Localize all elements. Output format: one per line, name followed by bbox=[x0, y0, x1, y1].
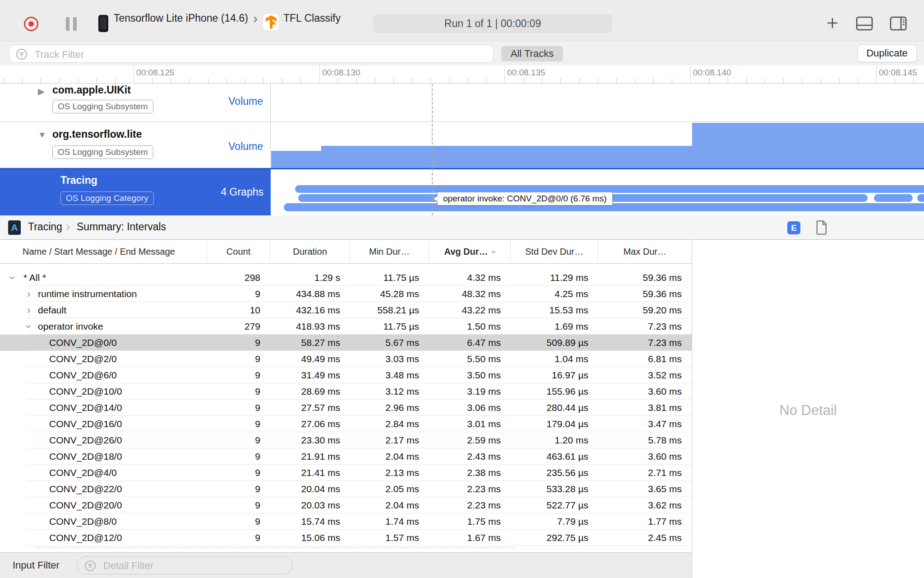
device-select[interactable]: Tensorflow Lite iPhone (14.6) bbox=[114, 12, 248, 24]
row-max: 3.60 ms bbox=[598, 383, 692, 400]
inspector-pane: No Detail bbox=[692, 240, 924, 578]
row-name-cell: CONV_2D@16/0 bbox=[0, 416, 207, 432]
column-header-min[interactable]: Min Dur… bbox=[350, 240, 429, 263]
row-std: 280.44 µs bbox=[511, 400, 598, 416]
row-count: 9 bbox=[207, 367, 270, 383]
track-row-tensorflow[interactable]: ▼ org.tensorflow.lite OS Logging Subsyst… bbox=[0, 122, 924, 168]
toggle-right-pane-button[interactable] bbox=[890, 16, 907, 31]
row-min: 2.04 ms bbox=[350, 497, 429, 513]
row-std: 533.28 µs bbox=[511, 481, 598, 497]
row-count: 9 bbox=[207, 400, 270, 416]
row-name-cell: CONV_2D@4/0 bbox=[0, 465, 207, 481]
ruler-minor-tick bbox=[728, 78, 728, 83]
table-row[interactable]: CONV_2D@8/0915.74 ms1.74 ms1.75 ms7.79 µ… bbox=[0, 513, 692, 530]
table-row[interactable]: CONV_2D@26/0923.30 ms2.17 ms2.59 ms1.20 … bbox=[0, 432, 692, 448]
row-name: * All * bbox=[23, 272, 46, 283]
row-std: 16.97 µs bbox=[511, 367, 598, 383]
table-row[interactable]: ›default10432.16 ms558.21 µs43.22 ms15.5… bbox=[0, 302, 692, 318]
column-header-max[interactable]: Max Dur… bbox=[598, 240, 692, 263]
row-max: 2.71 ms bbox=[598, 465, 692, 481]
disclosure-expanded-icon[interactable]: ▼ bbox=[38, 130, 46, 140]
table-row[interactable]: CONV_2D@6/0931.49 ms3.48 ms3.50 ms16.97 … bbox=[0, 367, 692, 383]
time-ruler[interactable]: 00:08.12500:08.13000:08.13500:08.14000:0… bbox=[0, 65, 924, 84]
row-name-cell: ›default bbox=[0, 302, 207, 318]
row-disclosure-icon[interactable]: › bbox=[21, 325, 37, 328]
table-row[interactable]: CONV_2D@16/0927.06 ms2.84 ms3.01 ms179.0… bbox=[0, 416, 692, 432]
row-name: CONV_2D@18/0 bbox=[49, 451, 122, 461]
volume-bar-segment bbox=[271, 151, 321, 168]
track-header-tensorflow[interactable]: ▼ org.tensorflow.lite OS Logging Subsyst… bbox=[0, 122, 271, 168]
table-row[interactable]: CONV_2D@18/0921.91 ms2.04 ms2.43 ms463.6… bbox=[0, 448, 692, 465]
column-header-count[interactable]: Count bbox=[207, 240, 270, 263]
interval-bar[interactable] bbox=[917, 194, 924, 202]
table-row[interactable]: CONV_2D@12/0915.06 ms1.57 ms1.67 ms292.7… bbox=[0, 530, 692, 546]
track-header-uikit[interactable]: ▶ com.apple.UIKit OS Logging Subsystem V… bbox=[0, 84, 271, 121]
target-select[interactable]: TFL Classify bbox=[283, 12, 341, 24]
table-row[interactable]: ›* All *2981.29 s11.75 µs4.32 ms11.29 ms… bbox=[0, 270, 692, 286]
row-avg: 48.32 ms bbox=[429, 286, 511, 302]
row-name: operator invoke bbox=[38, 321, 103, 331]
interval-tooltip: operator invoke: CONV_2D@0/0 (6.76 ms) bbox=[437, 192, 613, 205]
breadcrumb-tracing[interactable]: Tracing bbox=[28, 221, 62, 233]
table-row[interactable]: CONV_2D@0/0958.27 ms5.67 ms6.47 ms509.89… bbox=[0, 335, 692, 351]
row-max: 59.36 ms bbox=[598, 286, 692, 302]
extended-detail-badge[interactable]: E bbox=[787, 221, 800, 234]
row-max: 3.60 ms bbox=[598, 448, 692, 465]
pause-button-icon[interactable] bbox=[66, 17, 77, 31]
table-row[interactable]: ›runtime instrumentation9434.88 ms45.28 … bbox=[0, 286, 692, 302]
ruler-minor-tick bbox=[115, 78, 116, 83]
row-std: 1.69 ms bbox=[511, 318, 598, 335]
track-header-tracing[interactable]: Tracing OS Logging Category 4 Graphs bbox=[0, 168, 271, 215]
record-button-icon[interactable] bbox=[24, 17, 38, 31]
tracks-area: ▶ com.apple.UIKit OS Logging Subsystem V… bbox=[0, 84, 924, 215]
interval-bar[interactable] bbox=[874, 194, 913, 202]
ruler-minor-tick bbox=[300, 78, 301, 83]
ruler-minor-tick bbox=[653, 78, 654, 83]
track-timeline-uikit[interactable] bbox=[271, 84, 924, 121]
row-disclosure-icon[interactable]: › bbox=[27, 302, 31, 318]
table-row[interactable]: CONV_2D@22/0920.04 ms2.05 ms2.23 ms533.2… bbox=[0, 481, 692, 497]
table-row[interactable]: ›operator invoke279418.93 ms11.75 µs1.50… bbox=[0, 318, 692, 335]
column-header-duration[interactable]: Duration bbox=[270, 240, 350, 263]
table-row[interactable]: CONV_2D@20/0920.03 ms2.04 ms2.23 ms522.7… bbox=[0, 497, 692, 513]
detail-filter-input[interactable]: Detail Filter bbox=[77, 556, 293, 574]
ruler-minor-tick bbox=[59, 78, 60, 83]
track-filter-input[interactable]: Track Filter bbox=[9, 45, 494, 63]
track-badge: OS Logging Subsystem bbox=[52, 145, 153, 159]
table-row[interactable]: CONV_2D@2/0949.49 ms3.03 ms5.50 ms1.04 m… bbox=[0, 351, 692, 367]
sort-chevron-icon: › bbox=[482, 251, 506, 253]
ruler-minor-tick bbox=[858, 78, 858, 83]
row-name: CONV_2D@6/0 bbox=[49, 370, 117, 380]
table-row[interactable]: CONV_2D@10/0928.69 ms3.12 ms3.19 ms155.9… bbox=[0, 383, 692, 400]
pane-divider[interactable] bbox=[692, 240, 692, 578]
breadcrumb-summary-intervals[interactable]: Summary: Intervals bbox=[77, 221, 166, 233]
tensorflow-logo-icon bbox=[263, 14, 279, 30]
ruler-minor-tick bbox=[542, 78, 542, 83]
toggle-bottom-pane-button[interactable] bbox=[856, 16, 873, 31]
column-header-name[interactable]: Name / Start Message / End Message bbox=[0, 240, 207, 263]
row-max: 7.23 ms bbox=[598, 318, 692, 335]
all-tracks-button[interactable]: All Tracks bbox=[501, 46, 563, 61]
column-header-avg[interactable]: Avg Dur…› bbox=[429, 240, 511, 263]
input-filter-button[interactable]: Input Filter bbox=[13, 559, 60, 571]
track-timeline-volume-histogram[interactable] bbox=[271, 122, 924, 168]
row-disclosure-icon[interactable]: › bbox=[5, 276, 21, 280]
add-instrument-button[interactable] bbox=[826, 16, 839, 30]
filter-icon bbox=[84, 560, 96, 572]
ruler-minor-tick bbox=[226, 78, 227, 83]
row-disclosure-icon[interactable]: › bbox=[27, 286, 31, 302]
track-row-uikit[interactable]: ▶ com.apple.UIKit OS Logging Subsystem V… bbox=[0, 84, 924, 122]
row-min: 3.12 ms bbox=[350, 383, 429, 400]
row-name-cell: ›* All * bbox=[0, 270, 207, 286]
ruler-minor-tick bbox=[97, 78, 97, 83]
detail-filter-placeholder: Detail Filter bbox=[103, 560, 153, 572]
row-count: 9 bbox=[207, 530, 270, 546]
table-row[interactable]: CONV_2D@14/0927.57 ms2.96 ms3.06 ms280.4… bbox=[0, 400, 692, 416]
bottom-bar: Input Filter Detail Filter bbox=[0, 552, 692, 578]
disclosure-collapsed-icon[interactable]: ▶ bbox=[38, 86, 45, 97]
document-icon[interactable] bbox=[816, 220, 828, 235]
column-header-stddev[interactable]: Std Dev Dur… bbox=[511, 240, 598, 263]
table-row[interactable]: CONV_2D@4/0921.41 ms2.13 ms2.38 ms235.56… bbox=[0, 465, 692, 481]
duplicate-button[interactable]: Duplicate bbox=[857, 44, 917, 62]
row-max: 59.36 ms bbox=[598, 270, 692, 286]
